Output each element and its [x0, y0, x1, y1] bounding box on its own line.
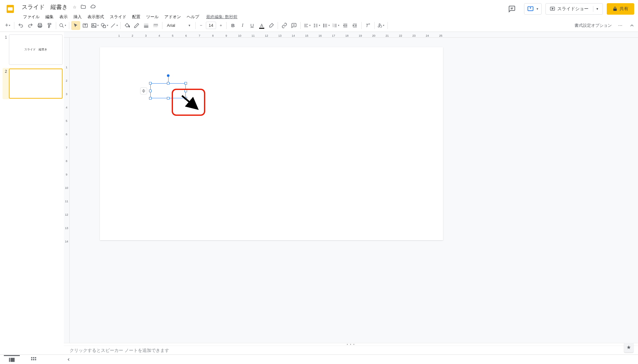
slideshow-button[interactable]: スライドショー ▼ — [545, 3, 603, 15]
font-size-increase[interactable]: + — [217, 22, 224, 29]
align-button[interactable] — [303, 21, 311, 30]
textbox-tool[interactable] — [81, 21, 90, 30]
menu-edit[interactable]: 編集 — [43, 13, 56, 21]
star-icon[interactable]: ☆ — [73, 5, 77, 10]
svg-point-17 — [101, 23, 104, 26]
format-options-button[interactable]: 書式設定オプション — [571, 21, 615, 30]
speaker-notes[interactable]: クリックするとスピーカー ノートを追加できます — [64, 345, 638, 354]
text-resize-grip[interactable] — [140, 87, 147, 94]
menu-bar: ファイル 編集 表示 挿入 表示形式 スライド 配置 ツール アドオン ヘルプ … — [20, 13, 504, 21]
menu-tools[interactable]: ツール — [144, 13, 161, 21]
bold-button[interactable]: B — [229, 21, 237, 30]
resize-handle-tr[interactable] — [184, 82, 187, 85]
line-tool[interactable] — [109, 21, 118, 30]
zoom-button[interactable] — [58, 21, 67, 30]
resize-handle-bl[interactable] — [149, 97, 152, 100]
menu-addons[interactable]: アドオン — [162, 13, 184, 21]
svg-marker-6 — [552, 8, 554, 10]
present-mode-button[interactable]: ▼ — [524, 3, 542, 15]
undo-button[interactable] — [16, 21, 25, 30]
border-dash-button[interactable] — [151, 21, 160, 30]
chevron-down-icon: ▼ — [536, 7, 539, 11]
rotate-handle[interactable] — [167, 74, 169, 77]
move-folder-icon[interactable] — [80, 4, 86, 10]
slide-canvas[interactable] — [100, 47, 443, 240]
font-size-input[interactable]: 14 — [206, 22, 216, 29]
resize-handle-mr[interactable] — [184, 90, 187, 92]
last-edit-link[interactable]: 最終編集: 数秒前 — [206, 14, 237, 20]
rotate-connector — [168, 77, 169, 82]
paint-format-button[interactable] — [45, 21, 54, 30]
line-spacing-button[interactable] — [312, 21, 321, 30]
slide-panel: 1 スライド 縦書き 2 — [0, 32, 64, 354]
svg-marker-50 — [343, 25, 344, 26]
cloud-status-icon[interactable] — [90, 4, 96, 10]
slide-thumbnail-2[interactable]: 2 — [3, 68, 63, 100]
slide-thumb[interactable]: スライド 縦書き — [9, 34, 63, 65]
notes-splitter[interactable]: • • • — [64, 343, 638, 345]
comment-button[interactable] — [289, 21, 298, 30]
highlight-button[interactable] — [267, 21, 276, 30]
filmstrip-view-button[interactable] — [4, 355, 20, 364]
select-tool[interactable] — [71, 21, 80, 30]
collapse-panel-button[interactable] — [66, 357, 71, 362]
numbered-list-button[interactable]: 123 — [331, 21, 340, 30]
italic-button[interactable]: I — [238, 21, 247, 30]
fill-color-button[interactable] — [123, 21, 131, 30]
menu-arrange[interactable]: 配置 — [130, 13, 143, 21]
resize-handle-br[interactable] — [184, 97, 187, 100]
more-button[interactable]: ⋯ — [616, 21, 625, 30]
svg-rect-67 — [35, 359, 36, 360]
font-name: Arial — [167, 23, 175, 28]
comments-button[interactable] — [504, 3, 520, 15]
slide-number: 1 — [3, 34, 7, 65]
ruler-vertical: 1234567891011121314 — [64, 38, 70, 343]
ruler-horizontal: 1234567891011121314151617181920212223242… — [64, 32, 638, 38]
menu-view[interactable]: 表示 — [57, 13, 70, 21]
toolbar: + Arial ▼ − 14 + B I U A 123 T× あ 書式設定オプ… — [0, 19, 638, 32]
canvas-background[interactable] — [70, 38, 638, 343]
slide-thumbnail-1[interactable]: 1 スライド 縦書き — [3, 34, 63, 65]
font-family-select[interactable]: Arial ▼ — [164, 23, 193, 28]
text-color-button[interactable]: A — [257, 21, 266, 30]
resize-handle-tl[interactable] — [149, 82, 152, 85]
resize-handle-ml[interactable] — [149, 90, 152, 92]
input-tool-button[interactable]: あ — [377, 21, 386, 30]
clear-format-button[interactable]: T× — [364, 21, 372, 30]
bullet-list-button[interactable] — [322, 21, 331, 30]
share-button[interactable]: 共有 — [607, 3, 634, 15]
menu-help[interactable]: ヘルプ — [184, 13, 202, 21]
print-button[interactable] — [35, 21, 44, 30]
svg-rect-1 — [8, 7, 13, 11]
resize-handle-tm[interactable] — [167, 82, 169, 85]
resize-handle-bm[interactable] — [167, 97, 169, 100]
document-title[interactable]: スライド 縦書き — [20, 3, 69, 11]
selected-textbox[interactable] — [150, 83, 186, 98]
redo-button[interactable] — [26, 21, 35, 30]
explore-button[interactable] — [624, 343, 634, 353]
image-tool[interactable] — [90, 21, 99, 30]
footer — [0, 354, 638, 364]
menu-slide[interactable]: スライド — [107, 13, 129, 21]
svg-point-35 — [323, 25, 324, 26]
menu-format[interactable]: 表示形式 — [85, 13, 107, 21]
underline-button[interactable]: U — [248, 21, 257, 30]
border-color-button[interactable] — [132, 21, 141, 30]
app-header: スライド 縦書き ☆ ファイル 編集 表示 挿入 表示形式 スライド 配置 ツー… — [0, 0, 638, 19]
slide-thumb[interactable] — [9, 69, 63, 99]
font-size-decrease[interactable]: − — [198, 22, 205, 29]
new-slide-button[interactable]: + — [3, 21, 12, 30]
slides-logo[interactable] — [4, 3, 17, 15]
menu-insert[interactable]: 挿入 — [71, 13, 84, 21]
indent-decrease-button[interactable] — [341, 21, 350, 30]
link-button[interactable] — [280, 21, 289, 30]
selection-frame — [150, 83, 186, 98]
svg-rect-60 — [9, 358, 10, 362]
collapse-toolbar-button[interactable] — [629, 23, 635, 28]
grid-view-button[interactable] — [26, 355, 41, 364]
shape-tool[interactable] — [100, 21, 109, 30]
border-weight-button[interactable] — [142, 21, 151, 30]
chevron-down-icon: ▼ — [596, 7, 599, 11]
menu-file[interactable]: ファイル — [20, 13, 42, 21]
indent-increase-button[interactable] — [350, 21, 359, 30]
